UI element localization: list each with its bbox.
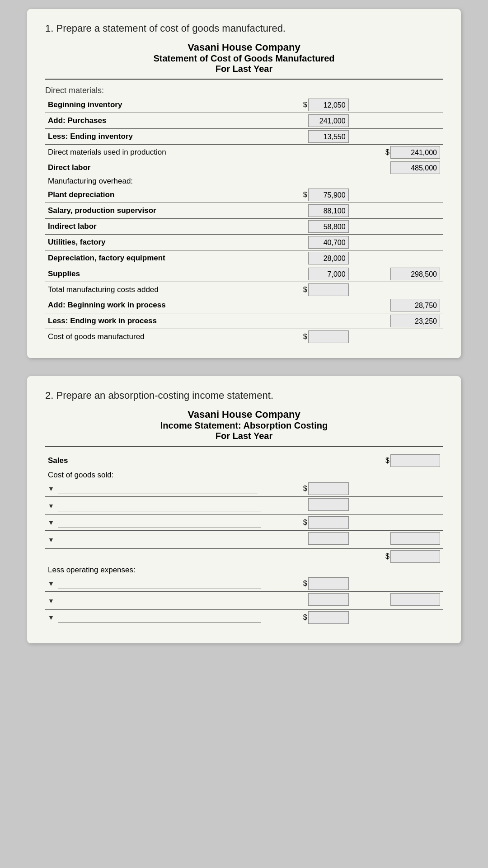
row-col1: [264, 497, 352, 515]
row-col2: [352, 329, 443, 345]
row-col1: 58,800: [264, 219, 352, 235]
divider-1: [45, 79, 443, 80]
section2-card: 2. Prepare an absorption-costing income …: [27, 376, 461, 643]
input-beginning-inv[interactable]: 12,050: [308, 99, 349, 111]
row-col2: [352, 187, 443, 203]
direct-materials-label: Direct materials:: [45, 86, 443, 95]
row-col2: [352, 515, 443, 531]
input-cogm[interactable]: [308, 330, 349, 343]
dropdown-arrow-icon[interactable]: ▼: [48, 597, 54, 604]
row-label: Utilities, factory: [45, 235, 264, 250]
table-row: Plant depreciation $ 75,900: [45, 187, 443, 203]
dropdown-arrow-icon[interactable]: ▼: [48, 502, 54, 509]
input-end-wip[interactable]: 23,250: [390, 315, 440, 327]
input-indirect-labor[interactable]: 58,800: [308, 220, 349, 233]
input-beg-wip[interactable]: 28,750: [390, 299, 440, 311]
input-utilities[interactable]: 40,700: [308, 236, 349, 249]
input-dm-used[interactable]: 241,000: [390, 146, 440, 159]
statement-table-1: Beginning inventory $ 12,050 Add: Purcha…: [45, 97, 443, 344]
input-cogs3[interactable]: [308, 516, 349, 529]
row-col1: 28,000: [264, 250, 352, 266]
row-label: ▼: [45, 497, 264, 515]
row-col2: [352, 576, 443, 592]
row-col1: 7,000: [264, 266, 352, 282]
input-direct-labor[interactable]: 485,000: [390, 161, 440, 174]
input-cogs4a[interactable]: [308, 532, 349, 545]
row-label: Plant depreciation: [45, 187, 264, 203]
row-col2: [352, 250, 443, 266]
input-cogs2[interactable]: [308, 498, 349, 511]
table-row: ▼: [45, 531, 443, 549]
row-label: Direct materials used in production: [45, 145, 264, 160]
table-row: Add: Beginning work in process 28,750: [45, 297, 443, 313]
company-name-1: Vasani House Company: [45, 42, 443, 53]
input-opex1[interactable]: [308, 577, 349, 590]
table-row: Indirect labor 58,800: [45, 219, 443, 235]
input-total-mfg[interactable]: [308, 283, 349, 296]
company-header-2: Vasani House Company Income Statement: A…: [45, 409, 443, 441]
row-col1: $: [264, 329, 352, 345]
input-cogs1[interactable]: [308, 482, 349, 495]
row-label: ▼: [45, 515, 264, 531]
row-col1: [264, 592, 352, 610]
row-label: Add: Beginning work in process: [45, 297, 264, 313]
input-purchases[interactable]: 241,000: [308, 114, 349, 127]
input-opex2a[interactable]: [308, 593, 349, 606]
row-label: ▼: [45, 576, 264, 592]
row-label: Add: Purchases: [45, 113, 264, 129]
row-col1: [264, 549, 352, 565]
row-col1: 13,550: [264, 129, 352, 145]
row-col1: $: [264, 282, 352, 298]
input-cogs4b[interactable]: [390, 532, 440, 545]
row-col2: [352, 282, 443, 298]
row-label: Direct labor: [45, 160, 264, 175]
operating-header-row: Less operating expenses:: [45, 564, 443, 576]
table-row: $: [45, 549, 443, 565]
input-opex-total[interactable]: [308, 611, 349, 624]
table-row: ▼ $: [45, 610, 443, 626]
row-col1: $ 12,050: [264, 97, 352, 113]
sales-row: Sales $: [45, 453, 443, 469]
row-col2: 23,250: [352, 313, 443, 329]
dropdown-arrow-icon[interactable]: ▼: [48, 519, 54, 526]
input-salary-sup[interactable]: 88,100: [308, 204, 349, 217]
table-row: Supplies 7,000 298,500: [45, 266, 443, 282]
dropdown-arrow-icon[interactable]: ▼: [48, 580, 54, 587]
row-col2: [352, 235, 443, 250]
input-opex2b[interactable]: [390, 593, 440, 606]
dropdown-arrow-icon[interactable]: ▼: [48, 485, 54, 492]
row-col2: [352, 610, 443, 626]
input-plant-dep[interactable]: 75,900: [308, 189, 349, 201]
input-sales[interactable]: [390, 454, 440, 467]
dropdown-arrow-icon[interactable]: ▼: [48, 536, 54, 543]
sales-label: Sales: [45, 453, 264, 469]
row-col1: [264, 160, 352, 175]
dropdown-arrow-icon[interactable]: ▼: [48, 614, 54, 621]
table-row: Cost of goods manufactured $: [45, 329, 443, 345]
row-label: ▼: [45, 592, 264, 610]
row-col1: [264, 145, 352, 160]
input-cogs-total[interactable]: [390, 550, 440, 563]
row-col2: $ 241,000: [352, 145, 443, 160]
table-row: ▼: [45, 592, 443, 610]
input-ending-inv[interactable]: 13,550: [308, 130, 349, 143]
row-label: ▼: [45, 531, 264, 549]
table-row: Direct labor 485,000: [45, 160, 443, 175]
row-col1: $: [264, 481, 352, 497]
input-supplies[interactable]: 7,000: [308, 268, 349, 280]
statement-title-2: Income Statement: Absorption Costing: [45, 420, 443, 431]
row-label: ▼: [45, 481, 264, 497]
input-dep-factory[interactable]: 28,000: [308, 252, 349, 264]
row-label: Indirect labor: [45, 219, 264, 235]
blank-line: [58, 483, 258, 494]
row-col2: [352, 113, 443, 129]
question1-label: 1. Prepare a statement of cost of goods …: [45, 23, 443, 34]
company-header-1: Vasani House Company Statement of Cost o…: [45, 42, 443, 74]
row-col1: 241,000: [264, 113, 352, 129]
table-row: Less: Ending inventory 13,550: [45, 129, 443, 145]
row-col1: [264, 313, 352, 329]
row-col2: [352, 219, 443, 235]
input-mfg-overhead-total[interactable]: 298,500: [390, 268, 440, 280]
table-row: ▼ $: [45, 481, 443, 497]
row-col2: [352, 481, 443, 497]
